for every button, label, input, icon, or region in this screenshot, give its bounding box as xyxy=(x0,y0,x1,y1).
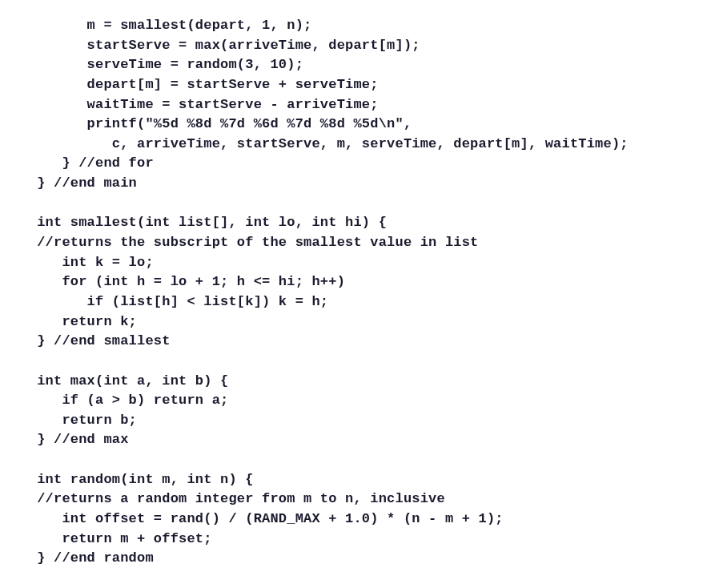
code-line: if (list[h] < list[k]) k = h; xyxy=(12,294,328,309)
code-line: printf("%5d %8d %7d %6d %7d %8d %5d\n", xyxy=(12,116,412,131)
code-listing: m = smallest(depart, 1, n); startServe =… xyxy=(12,16,711,569)
code-line: startServe = max(arriveTime, depart[m]); xyxy=(12,38,420,53)
code-line: serveTime = random(3, 10); xyxy=(12,57,303,72)
code-line: int random(int m, int n) { xyxy=(12,472,254,487)
code-line: c, arriveTime, startServe, m, serveTime,… xyxy=(12,136,629,151)
code-line: } //end max xyxy=(12,432,129,447)
code-line: int smallest(int list[], int lo, int hi)… xyxy=(12,215,387,230)
code-line: int max(int a, int b) { xyxy=(12,373,228,389)
code-line: m = smallest(depart, 1, n); xyxy=(12,18,311,33)
code-line: return m + offset; xyxy=(12,531,212,546)
code-line: } //end random xyxy=(12,550,154,566)
code-line: depart[m] = startServe + serveTime; xyxy=(12,77,379,92)
code-line: //returns the subscript of the smallest … xyxy=(12,235,479,250)
code-line: int k = lo; xyxy=(12,255,154,270)
code-line: } //end main xyxy=(12,175,137,191)
code-line: for (int h = lo + 1; h <= hi; h++) xyxy=(12,274,345,289)
code-line: if (a > b) return a; xyxy=(12,393,228,408)
code-line: return k; xyxy=(12,314,137,329)
code-line: int offset = rand() / (RAND_MAX + 1.0) *… xyxy=(12,511,504,526)
code-line: } //end for xyxy=(12,155,154,171)
code-line: waitTime = startServe - arriveTime; xyxy=(12,97,379,112)
code-line: } //end smallest xyxy=(12,333,171,348)
code-line: //returns a random integer from m to n, … xyxy=(12,491,445,506)
code-line: return b; xyxy=(12,413,137,428)
